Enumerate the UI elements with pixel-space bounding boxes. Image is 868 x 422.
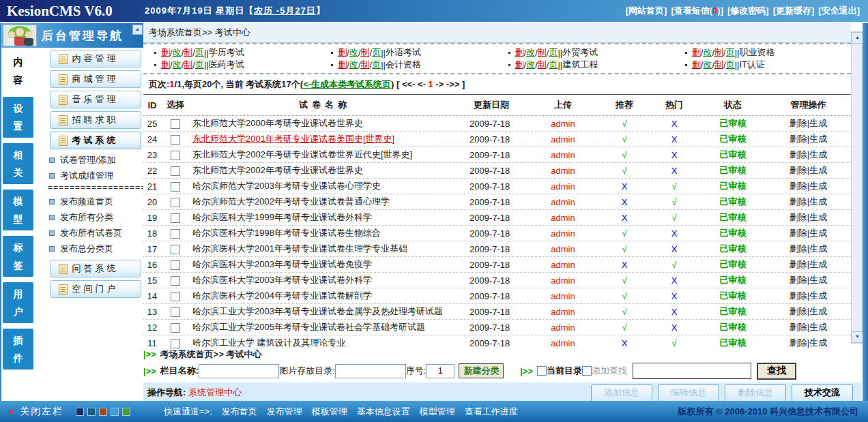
row-action-links[interactable]: 删除|生成 (790, 165, 827, 175)
page-category-link[interactable]: 页 (726, 59, 735, 71)
generate-category-link[interactable]: 制 (361, 59, 370, 71)
logout-link[interactable]: [安全退出] (818, 5, 860, 17)
row-action-links[interactable]: 删除|生成 (790, 322, 827, 332)
scroll-down-icon[interactable]: ▼ (852, 331, 863, 343)
exam-title-link[interactable]: 哈尔滨医科大学2003年考研专业课试卷外科学 (192, 275, 372, 285)
edit-category-link[interactable]: 改 (349, 59, 358, 71)
exam-title-link[interactable]: 哈尔滨师范大学2002年考研专业课试卷普通心理学 (192, 196, 390, 207)
category-name-link[interactable]: 建筑工程 (562, 59, 598, 71)
exam-title-link[interactable]: 哈尔滨医科大学1999年考研专业课试卷外科学 (192, 212, 372, 222)
row-checkbox[interactable] (171, 182, 180, 192)
category-name-link[interactable]: 会计资格 (386, 59, 421, 71)
sidebar-module-button[interactable]: 内容管理 (50, 50, 141, 67)
delete-category-link[interactable]: 删 (515, 46, 524, 59)
row-checkbox[interactable] (171, 339, 180, 348)
sidebar-submenu-item[interactable]: 考试成绩管理 (33, 168, 157, 183)
theme-swatch[interactable] (111, 408, 119, 416)
exam-title-link[interactable]: 东北师范大学2001年考研专业课试卷美国史[世界史] (192, 134, 394, 144)
row-action-links[interactable]: 删除|生成 (790, 290, 827, 301)
edit-category-link[interactable]: 改 (526, 46, 535, 59)
column-name-input[interactable] (199, 364, 279, 378)
row-checkbox[interactable] (171, 119, 180, 129)
sidebar-publish-link[interactable]: 发布所有试卷页 (33, 225, 157, 241)
current-dir-checkbox[interactable] (537, 366, 547, 376)
quick-link[interactable]: 发布首页 (222, 406, 257, 418)
ops-button[interactable]: 技术交流 (792, 385, 853, 402)
category-name-link[interactable]: 学历考试 (209, 46, 244, 59)
generate-category-link[interactable]: 制 (184, 46, 192, 59)
generate-category-link[interactable]: 制 (714, 59, 723, 71)
delete-category-link[interactable]: 删 (161, 46, 170, 59)
sidebar-tab[interactable]: 插件 (3, 329, 33, 370)
exam-title-link[interactable]: 东北师范大学2000年考研专业课试卷世界史 (192, 118, 363, 128)
generate-pages-link[interactable]: <-生成本类考试系统页 (303, 78, 391, 91)
pager-prev-controls[interactable]: ) [ <<- <- (391, 79, 429, 89)
messages-link[interactable]: [查看短信(0)] (671, 5, 723, 17)
category-name-link[interactable]: 职业资格 (739, 46, 775, 59)
search-button[interactable]: 查找 (757, 363, 796, 380)
theme-swatch[interactable] (87, 408, 96, 416)
exam-title-link[interactable]: 哈尔滨医科大学2004年考研专业课试卷解剖学 (192, 290, 372, 301)
sidebar-publish-link[interactable]: 发布频道首页 (33, 194, 157, 209)
row-checkbox[interactable] (171, 260, 180, 270)
exam-title-link[interactable]: 东北师范大学2002年考研专业课试卷世界近代史[世界史] (192, 149, 412, 160)
home-link[interactable]: [网站首页] (626, 5, 667, 17)
sidebar-tab[interactable]: 模型 (3, 190, 33, 230)
generate-category-link[interactable]: 制 (538, 59, 547, 71)
delete-category-link[interactable]: 删 (692, 46, 701, 59)
row-checkbox[interactable] (171, 292, 180, 301)
generate-category-link[interactable]: 制 (714, 46, 723, 59)
row-checkbox[interactable] (171, 229, 180, 239)
new-category-button[interactable]: 新建分类 (459, 363, 504, 378)
exam-title-link[interactable]: 哈尔滨师范大学2003年考研专业课试卷心理学史 (192, 181, 381, 191)
sidebar-module-button[interactable]: 问答系统 (50, 260, 141, 277)
theme-swatch[interactable] (76, 408, 84, 416)
page-category-link[interactable]: 页 (549, 59, 558, 71)
row-action-links[interactable]: 删除|生成 (790, 149, 827, 160)
exam-title-link[interactable]: 哈尔滨工业大学2005年考研专业课试卷社会学基础考研试题 (192, 322, 425, 332)
edit-category-link[interactable]: 改 (173, 46, 182, 59)
edit-category-link[interactable]: 改 (173, 59, 182, 71)
sidebar-tab[interactable]: 标签 (3, 236, 33, 277)
page-category-link[interactable]: 页 (372, 59, 381, 71)
row-action-links[interactable]: 删除|生成 (790, 196, 827, 207)
delete-category-link[interactable]: 删 (515, 59, 524, 71)
quick-link[interactable]: 查看工作进度 (465, 406, 518, 418)
sequence-input[interactable] (426, 364, 454, 378)
row-action-links[interactable]: 删除|生成 (790, 259, 827, 269)
row-checkbox[interactable] (171, 135, 180, 145)
pager-next-controls[interactable]: -> ->> ] (433, 79, 465, 89)
row-checkbox[interactable] (171, 323, 180, 333)
search-input[interactable] (633, 363, 751, 379)
quick-link[interactable]: 基本信息设置 (357, 406, 410, 418)
exam-title-link[interactable]: 哈尔滨医科大学2003年考研专业课试卷免疫学 (192, 259, 372, 269)
row-checkbox[interactable] (171, 198, 180, 207)
row-action-links[interactable]: 删除|生成 (790, 212, 827, 222)
theme-swatch[interactable] (122, 408, 130, 416)
row-action-links[interactable]: 删除|生成 (790, 243, 827, 254)
sidebar-module-button[interactable]: 招聘求职 (50, 111, 141, 129)
page-category-link[interactable]: 页 (549, 46, 558, 59)
delete-category-link[interactable]: 删 (161, 59, 170, 71)
row-action-links[interactable]: 删除|生成 (790, 337, 827, 348)
edit-category-link[interactable]: 改 (703, 46, 712, 59)
category-name-link[interactable]: 外贸考试 (562, 46, 598, 59)
edit-category-link[interactable]: 改 (526, 59, 535, 71)
sidebar-tab[interactable]: 用户 (3, 282, 33, 323)
row-checkbox[interactable] (171, 166, 180, 176)
pager-page-number[interactable]: 1 (429, 79, 433, 89)
sidebar-publish-link[interactable]: 发布总分类页 (33, 241, 157, 256)
add-search-checkbox[interactable] (582, 366, 592, 376)
quick-link[interactable]: 模板管理 (312, 406, 347, 418)
row-action-links[interactable]: 删除|生成 (790, 306, 827, 316)
row-checkbox[interactable] (171, 213, 180, 223)
ops-button[interactable]: 编辑信息 (658, 385, 719, 402)
exam-title-link[interactable]: 东北师范大学2002年考研专业课试卷世界史 (192, 165, 363, 175)
row-action-links[interactable]: 删除|生成 (790, 134, 827, 144)
sidebar-module-button[interactable]: 考试系统 (50, 132, 141, 149)
change-password-link[interactable]: [修改密码] (727, 5, 769, 17)
quick-link[interactable]: 发布管理 (267, 406, 302, 418)
table-scrollbar[interactable]: ▲ ▼ (851, 31, 863, 344)
page-category-link[interactable]: 页 (726, 46, 735, 59)
ops-button[interactable]: 添加信息 (591, 385, 652, 402)
